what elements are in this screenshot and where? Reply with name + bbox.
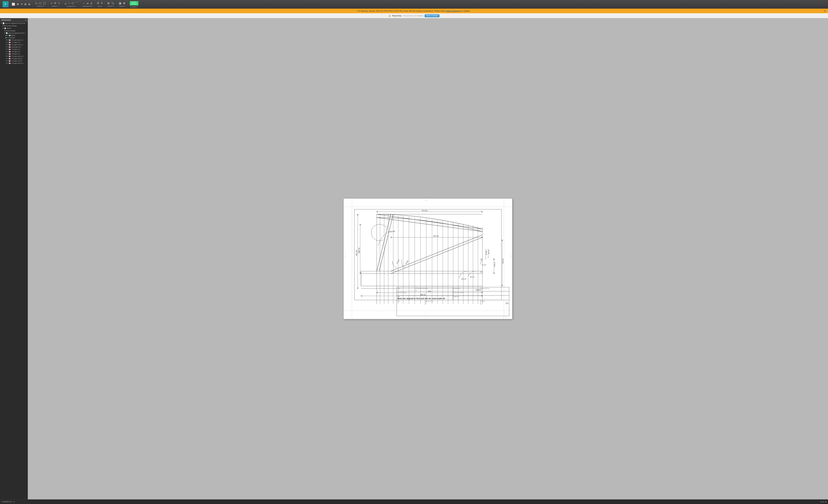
create-btn-1[interactable]: ◻	[35, 1, 38, 5]
geometry-group[interactable]: △ ○ ⬡ ⌒ GEOMETRY ▾	[63, 0, 80, 8]
geo-btn-1[interactable]: △	[64, 1, 67, 5]
dimensions-group[interactable]: ↔ ⌀ ∠ DIMENSIONS ▾	[81, 0, 95, 8]
tree-label-a5pipe: A5 pipe only fo...	[12, 60, 23, 62]
insert-btn-2[interactable]: 📎	[111, 1, 115, 5]
zoom-fit-btn[interactable]: ⊡	[820, 501, 822, 503]
tree-item-doc-settings[interactable]: ⚙ Document Settings	[0, 25, 28, 27]
notification-close-btn[interactable]: ✕	[824, 9, 826, 12]
title-label: Title	[398, 296, 452, 297]
svg-text:98.46°: 98.46°	[470, 276, 475, 278]
geo-btn-3[interactable]: ⬡	[71, 1, 75, 5]
tree-item-c5pipe[interactable]: 👁 👁 ■ ✏ C5 pipe v3:1	[0, 48, 28, 50]
tree-item-f5pipe[interactable]: 👁 👁 ■ ✏ F5 pipe new v3:1	[0, 55, 28, 57]
dim-btn-2[interactable]: ⌀	[86, 1, 89, 5]
date-issue-cell: Date of issue	[425, 300, 481, 305]
zoom-in-btn[interactable]: ⊕	[825, 501, 827, 503]
tree-item-c1pipe[interactable]: 👁 👁 ■ ✏ C1 pipe v3:1	[0, 41, 28, 44]
title-row-1: Dept. Technical reference Created by 3/1…	[397, 287, 509, 291]
geometry-label: GEOMETRY ▾	[67, 6, 76, 7]
insert-btn-1[interactable]: ⊞	[107, 1, 110, 5]
tree-item-bodies[interactable]: ▶ 👁 ■ Bodies	[0, 34, 28, 37]
tree-item-a5pipe[interactable]: 👁 👁 ■ ✏ A5 pipe only fo...	[0, 60, 28, 62]
export-btn-1[interactable]: QUICKEXPORT	[129, 1, 139, 6]
modify-btn-3[interactable]: ⤡	[57, 1, 61, 5]
zoom-controls: ⊡ ⊖ ⊕	[820, 501, 827, 503]
modify-group[interactable]: ⤢ ⟳ ⤡ MODIFY ▾	[48, 0, 62, 8]
tables-label: TABLES ▾	[119, 5, 125, 7]
tree-label-c1pipe: C1 pipe v3:1	[12, 42, 20, 43]
svg-marker-108	[494, 259, 495, 260]
create-btn-3[interactable]: ◯	[42, 1, 46, 5]
text-btn-2[interactable]: ✎	[100, 1, 104, 5]
tree-label-sheet-settings: Sheet Settings	[6, 30, 15, 32]
svg-text:239.09: 239.09	[502, 259, 504, 264]
lock-icon: 🔒	[388, 14, 391, 17]
tree-item-d5pipe[interactable]: 👁 👁 ■ ✏ D5 pipe v3:1	[0, 50, 28, 53]
browser-title: BROWSER	[1, 19, 11, 21]
dim-btn-3[interactable]: ∠	[90, 1, 93, 5]
created-by-label: Created by	[454, 287, 481, 289]
make-editable-btn[interactable]: Make Editable	[425, 14, 440, 17]
canvas-area[interactable]: 165.98° 872.93 857.57 451.34	[28, 18, 828, 499]
move-tool-btn[interactable]: ✥	[16, 2, 19, 6]
browser-pin-btn[interactable]: ●	[25, 19, 26, 21]
svg-rect-49	[481, 271, 482, 273]
comments-pin-btn[interactable]: ●	[13, 501, 15, 503]
tables-group[interactable]: ▦ ⊞ TABLES ▾	[117, 0, 127, 8]
create-group[interactable]: ◻ ⬡ ◯ CREATE ▾	[33, 0, 48, 8]
browser-header: BROWSER ●	[0, 18, 28, 22]
sheet-label: Sheet	[482, 301, 508, 302]
svg-text:23.72: 23.72	[488, 250, 490, 254]
text-group[interactable]: A ✎ TEXT ▾	[95, 0, 105, 8]
tree-item-f6pipe[interactable]: 👁 👁 ■ ✏ F6 pipe new v4:1	[0, 62, 28, 64]
rotate-tool-btn[interactable]: ↺	[20, 2, 23, 6]
tree-item-g5pipe[interactable]: 👁 👁 ■ ✏ G5 pipe only fo...	[0, 57, 28, 60]
tree-item-sheet-settings[interactable]: ⚙ Sheet Settings	[0, 30, 28, 32]
export-group[interactable]: QUICKEXPORT EXPORT ▾	[128, 0, 140, 8]
health-dashboard-link[interactable]: Health Dashboard	[446, 10, 460, 12]
dimensions-label: DIMENSIONS ▾	[82, 5, 93, 7]
insert-group[interactable]: ⊞ 📎 INSERT ▾	[105, 0, 117, 8]
modify-btn-1[interactable]: ⤢	[50, 1, 53, 5]
tree-item-drawing[interactable]: ▼ 📄 Base bar aligned to first null lets.…	[0, 32, 28, 34]
snap-btn[interactable]: ⊕	[28, 2, 31, 6]
title-value: Base bar aligned to first null lets do s…	[398, 297, 452, 300]
tree-item-bb3pipe[interactable]: 👁 👁 ■ ✏ Bb3 pipe v3:1	[0, 46, 28, 48]
tree-item-e5pipe[interactable]: 👁 👁 ■ ✏ E5 pipe v3:1	[0, 53, 28, 55]
snap-icon: ⊕	[28, 3, 30, 6]
tree-item-f3pipe[interactable]: 👁 👁 ■ ✏ F3 pipe new v3:1	[0, 39, 28, 41]
tech-ref-cell: Technical reference	[416, 287, 453, 291]
svg-marker-101	[357, 288, 358, 289]
doc-status-label: Document status	[454, 292, 508, 293]
fit-view-btn[interactable]: ⊞	[24, 2, 27, 6]
svg-marker-106	[361, 295, 362, 296]
svg-marker-103	[360, 273, 361, 274]
create-btn-2[interactable]: ⬡	[38, 1, 42, 5]
geo-btn-2[interactable]: ○	[68, 1, 71, 5]
text-btn-1[interactable]: A	[96, 1, 100, 5]
notification-text: On Saturday, January 13th from 08:00 PM …	[358, 10, 470, 12]
tables-btn-2[interactable]: ⊞	[122, 1, 126, 5]
fit-icon: ⊞	[24, 3, 27, 6]
dwg-no-cell: DWG No.	[453, 295, 509, 300]
tree-item-sketches[interactable]: ▶ 👁 Sketches	[0, 37, 28, 39]
svg-rect-48	[481, 259, 482, 260]
tree-item-sheet1[interactable]: ▼ 📋 Sheet1	[0, 27, 28, 30]
app-logo: F	[5, 3, 6, 5]
svg-marker-100	[357, 214, 358, 215]
svg-line-46	[377, 214, 391, 271]
dim-btn-1[interactable]: ↔	[82, 1, 86, 5]
tree-item-0[interactable]: ▼ 📄 Base bar aligned to first null lets …	[0, 22, 28, 25]
tree-item-a1pipe[interactable]: 👁 👁 ■ ✏ A1 pipe new v3:...	[0, 44, 28, 46]
zoom-out-btn[interactable]: ⊖	[823, 501, 824, 503]
drawing-sheet: 165.98° 872.93 857.57 451.34	[343, 198, 512, 319]
export-label: EXPORT ▾	[130, 6, 138, 8]
geo-btn-4[interactable]: ⌒	[75, 1, 79, 5]
tables-btn-1[interactable]: ▦	[118, 1, 122, 5]
modify-label: MODIFY ▾	[52, 5, 58, 7]
modify-btn-2[interactable]: ⟳	[53, 1, 57, 5]
svg-marker-104	[377, 292, 378, 293]
svg-marker-111	[502, 285, 503, 286]
toolbar: F ⬜ ✥ ↺ ⊞ ⊕ ◻ ⬡ ◯ CREATE ▾	[0, 0, 828, 9]
select-tool-btn[interactable]: ⬜	[11, 2, 16, 6]
